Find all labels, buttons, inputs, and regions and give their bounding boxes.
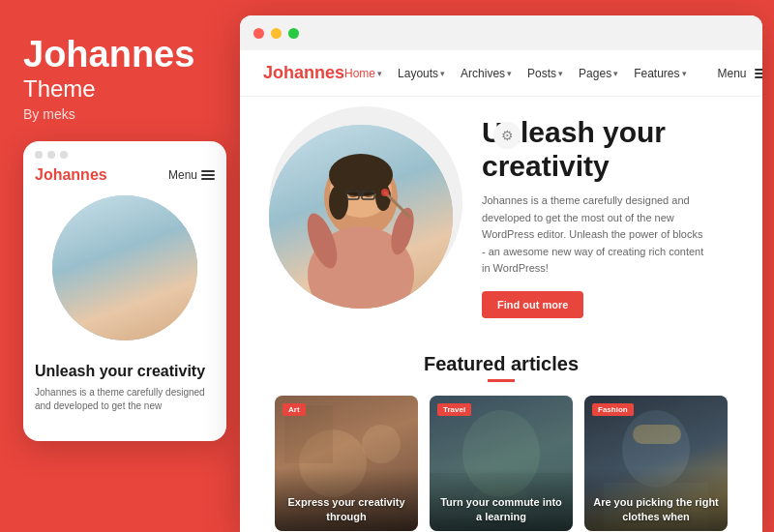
article-tag-1: Art [283,403,306,416]
browser-nav-links: Home ▾ Layouts ▾ Archives ▾ Posts ▾ Page… [344,67,762,80]
browser-maximize-dot[interactable] [288,28,299,39]
browser-navbar: Johannes Home ▾ Layouts ▾ Archives ▾ Pos… [240,50,762,97]
theme-by: By meks [23,106,217,122]
featured-underline [488,379,515,382]
find-out-more-button[interactable]: Find out more [482,291,583,318]
browser-brand: Johannes [263,63,344,83]
mobile-dot-1 [35,151,43,159]
mobile-menu[interactable]: Menu [168,168,215,182]
chevron-down-icon: ▾ [682,69,687,78]
svg-point-6 [364,192,373,197]
mobile-hero-heading: Unleash your creativity [35,362,215,380]
mobile-dot-2 [47,151,55,159]
mobile-hero-image [52,195,197,340]
chevron-down-icon: ▾ [558,69,563,78]
svg-point-3 [329,185,348,220]
nav-link-pages[interactable]: Pages ▾ [579,67,618,80]
mobile-header: Johannes Menu [23,164,226,192]
nav-menu[interactable]: Menu [718,67,763,80]
article-title-3: Are you picking the right clothes when [592,495,720,523]
hero-image [269,125,453,309]
hero-description: Johannes is a theme carefully designed a… [482,192,704,278]
chevron-down-icon: ▾ [613,69,618,78]
nav-link-posts[interactable]: Posts ▾ [527,67,563,80]
mobile-dots [23,141,226,164]
article-tag-3: Fashion [592,403,634,416]
article-card-1[interactable]: Art Express your creativity through [275,396,418,531]
chevron-down-icon: ▾ [377,69,382,78]
mobile-menu-label: Menu [168,168,197,182]
svg-point-18 [362,425,401,463]
svg-point-14 [381,189,389,196]
nav-link-layouts[interactable]: Layouts ▾ [398,67,445,80]
article-title-2: Turn your commute into a learning [437,495,565,523]
theme-subtitle: Theme [23,75,217,103]
nav-link-home[interactable]: Home ▾ [344,67,382,80]
left-panel: Johannes Theme By meks Johannes Menu [0,0,240,532]
theme-title: Johannes [23,35,217,75]
svg-rect-25 [633,425,681,444]
article-tag-2: Travel [437,403,471,416]
mobile-logo: Johannes [35,166,107,184]
browser-close-dot[interactable] [253,28,264,39]
browser-window: Johannes Home ▾ Layouts ▾ Archives ▾ Pos… [240,15,762,532]
mobile-text-area: Unleash your creativity Johannes is a th… [23,354,226,421]
chevron-down-icon: ▾ [507,69,512,78]
article-card-2[interactable]: Travel Turn your commute into a learning [430,396,573,531]
mobile-dot-3 [60,151,68,159]
article-title-1: Express your creativity through [283,495,410,523]
mobile-hero-desc: Johannes is a theme carefully designed a… [35,386,215,413]
featured-section: Featured articles Art Express your creat… [240,338,762,532]
browser-minimize-dot[interactable] [271,28,282,39]
article-card-3[interactable]: Fashion Are you picking the right clothe… [584,396,728,531]
featured-title: Featured articles [269,353,733,375]
nav-link-features[interactable]: Features ▾ [634,67,686,80]
hero-text: Unleash your creativity Johannes is a th… [482,116,704,318]
settings-icon[interactable]: ⚙ [493,122,521,149]
mobile-mockup: Johannes Menu Unleash your creativity Jo… [23,141,226,441]
hamburger-icon [201,170,215,180]
nav-link-archives[interactable]: Archives ▾ [461,67,512,80]
articles-row: Art Express your creativity through Trav… [269,396,733,531]
chevron-down-icon: ▾ [440,69,445,78]
browser-titlebar [240,15,762,50]
svg-point-5 [348,192,358,197]
